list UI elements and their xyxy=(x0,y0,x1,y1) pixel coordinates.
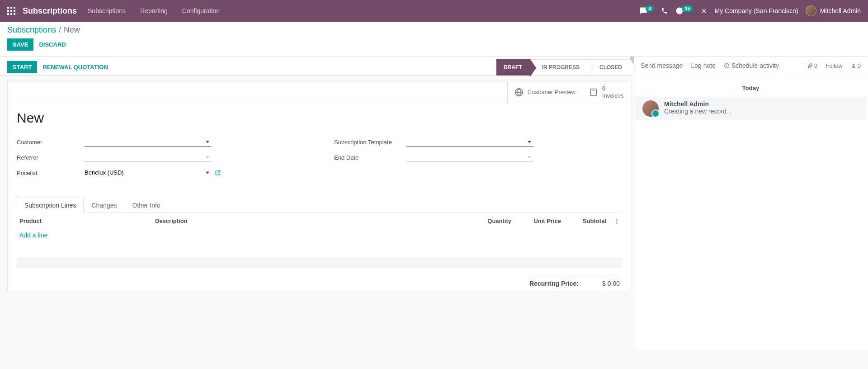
send-message-button[interactable]: Send message xyxy=(641,62,683,69)
nav-reporting[interactable]: Reporting xyxy=(137,7,171,14)
invoices-count: 0 xyxy=(602,85,624,92)
tab-other-info[interactable]: Other Info xyxy=(124,198,168,213)
tab-changes[interactable]: Changes xyxy=(84,198,124,213)
customer-field[interactable] xyxy=(85,137,211,147)
globe-icon xyxy=(514,87,524,97)
user-avatar-icon xyxy=(806,5,816,16)
control-panel: Subscriptions / New Save Discard xyxy=(0,22,868,57)
breadcrumb-current: New xyxy=(64,25,80,35)
button-box: Customer Preview 0 Invoices xyxy=(8,81,632,103)
referrer-field[interactable] xyxy=(85,153,211,162)
chatter-panel: Send message Log note Schedule activity … xyxy=(633,57,868,350)
followers-button[interactable]: 0 xyxy=(851,62,861,69)
stage-closed[interactable]: Closed xyxy=(588,59,630,76)
message-author: Mitchell Admin xyxy=(664,100,731,108)
pricelist-field[interactable] xyxy=(85,168,211,177)
field-col-right: Subscription Template End Date xyxy=(334,137,623,183)
chatter-topbar: Send message Log note Schedule activity … xyxy=(633,57,868,75)
user-name: Mitchell Admin xyxy=(820,7,861,14)
status-stages: Draft In Progress Closed xyxy=(496,59,630,76)
phone-icon[interactable] xyxy=(661,7,668,14)
nav-configuration[interactable]: Configuration xyxy=(179,7,223,14)
field-grid: Customer Referrer xyxy=(17,137,623,183)
breadcrumb: Subscriptions / New xyxy=(7,25,861,35)
message-avatar-icon xyxy=(642,100,659,117)
field-col-left: Customer Referrer xyxy=(17,137,305,183)
navbar-right: 4 35 My Company (San Francisco) Mitchell… xyxy=(639,5,861,16)
svg-point-2 xyxy=(853,64,854,66)
activities-icon[interactable]: 35 xyxy=(675,7,693,15)
recurring-price-label: Recurring Price: xyxy=(529,280,579,287)
recurring-price-value: $ 0.00 xyxy=(602,280,620,287)
message-text: Creating a new record... xyxy=(664,108,731,115)
invoices-button[interactable]: 0 Invoices xyxy=(582,81,632,103)
col-description: Description xyxy=(155,218,471,224)
follow-button[interactable]: Follow xyxy=(826,62,843,69)
col-subtotal: Subtotal xyxy=(561,218,606,224)
subscription-template-field[interactable] xyxy=(406,137,533,147)
breadcrumb-parent[interactable]: Subscriptions xyxy=(7,25,56,35)
customer-label: Customer xyxy=(17,139,85,146)
main-content: Start Renewal Quotation Draft In Progres… xyxy=(0,57,868,350)
book-icon xyxy=(589,87,599,97)
col-optional-toggle[interactable]: ⋮ xyxy=(606,218,620,224)
stage-draft[interactable]: Draft xyxy=(496,59,530,76)
table-header: Product Description Quantity Unit Price … xyxy=(17,213,623,229)
attachments-button[interactable]: 0 xyxy=(807,62,817,69)
clock-icon xyxy=(724,63,730,69)
table-row: Add a line xyxy=(17,229,623,241)
add-line-button[interactable]: Add a line xyxy=(19,232,47,239)
paperclip-icon xyxy=(807,63,813,69)
page-title: New xyxy=(17,110,623,126)
messages-badge: 4 xyxy=(646,5,654,12)
tab-subscription-lines[interactable]: Subscription Lines xyxy=(17,198,84,213)
form-area: Start Renewal Quotation Draft In Progres… xyxy=(0,57,633,350)
end-date-field[interactable] xyxy=(406,153,533,162)
stage-in-progress[interactable]: In Progress xyxy=(530,59,588,76)
chatter-date-separator: Today xyxy=(633,84,868,91)
sheet-body: New Customer Referrer xyxy=(8,103,632,186)
messages-icon[interactable]: 4 xyxy=(639,7,654,15)
breadcrumb-sep: / xyxy=(59,25,61,35)
statusbar-buttons: Start Renewal Quotation xyxy=(7,61,108,73)
start-button[interactable]: Start xyxy=(7,61,37,73)
referrer-label: Referrer xyxy=(17,154,85,161)
col-unit-price: Unit Price xyxy=(511,218,561,224)
user-menu[interactable]: Mitchell Admin xyxy=(806,5,861,16)
customer-preview-button[interactable]: Customer Preview xyxy=(507,81,582,103)
nav-subscriptions[interactable]: Subscriptions xyxy=(84,7,129,14)
debug-icon[interactable] xyxy=(700,7,708,14)
navbar-left: Subscriptions Subscriptions Reporting Co… xyxy=(7,6,223,16)
col-product: Product xyxy=(19,218,155,224)
enddate-label: End Date xyxy=(334,154,406,161)
customer-preview-label: Customer Preview xyxy=(528,89,576,96)
apps-menu-icon[interactable] xyxy=(7,7,15,15)
control-buttons: Save Discard xyxy=(7,38,861,51)
totals: Recurring Price: $ 0.00 xyxy=(8,268,632,291)
save-button[interactable]: Save xyxy=(7,38,33,51)
log-note-button[interactable]: Log note xyxy=(691,62,716,69)
external-link-icon[interactable] xyxy=(215,170,221,176)
table-empty-row xyxy=(17,258,623,268)
user-icon xyxy=(851,63,856,68)
template-label: Subscription Template xyxy=(334,139,406,146)
pricelist-label: Pricelist xyxy=(17,170,85,176)
invoices-label: Invoices xyxy=(602,92,624,99)
activities-badge: 35 xyxy=(682,5,693,12)
renewal-quotation-button[interactable]: Renewal Quotation xyxy=(42,64,108,71)
company-switcher[interactable]: My Company (San Francisco) xyxy=(715,7,798,14)
tabs: Subscription Lines Changes Other Info xyxy=(17,197,623,213)
statusbar: Start Renewal Quotation Draft In Progres… xyxy=(0,57,632,76)
discard-button[interactable]: Discard xyxy=(39,41,66,48)
brand-title[interactable]: Subscriptions xyxy=(23,6,77,16)
form-sheet: Customer Preview 0 Invoices New xyxy=(7,81,632,291)
schedule-activity-button[interactable]: Schedule activity xyxy=(724,62,779,69)
col-quantity: Quantity xyxy=(471,218,511,224)
chatter-message: Mitchell Admin Creating a new record... xyxy=(635,97,866,120)
subscription-lines-table: Product Description Quantity Unit Price … xyxy=(8,213,632,268)
main-navbar: Subscriptions Subscriptions Reporting Co… xyxy=(0,0,868,22)
